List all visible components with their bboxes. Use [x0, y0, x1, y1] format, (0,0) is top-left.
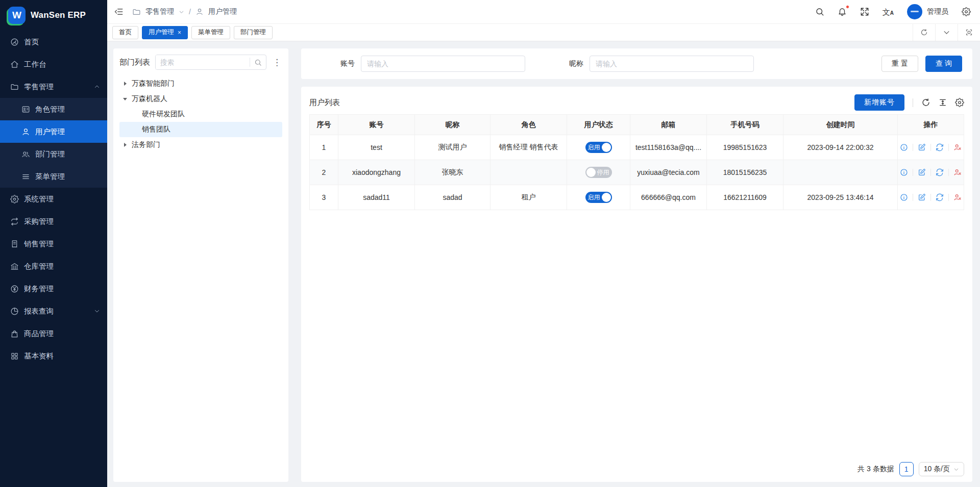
pie-chart-icon	[10, 307, 19, 316]
receipt-icon	[10, 240, 19, 248]
sidebar-item-basic-data[interactable]: 基本资料	[0, 345, 107, 367]
department-search	[155, 55, 266, 70]
sidebar-item-user-mgmt[interactable]: 用户管理	[0, 120, 107, 143]
cell-index: 1	[310, 135, 338, 160]
tree-item-legal-dept[interactable]: 法务部门	[119, 137, 282, 152]
tab-options-button[interactable]	[935, 24, 958, 41]
sidebar-item-warehouse[interactable]: 仓库管理	[0, 255, 107, 277]
tree-item-label: 销售团队	[142, 125, 170, 134]
cell-created: 2023-09-14 22:00:32	[783, 135, 898, 160]
search-icon[interactable]	[815, 7, 824, 16]
notifications-button[interactable]	[838, 7, 847, 16]
chevron-down-icon	[94, 308, 100, 314]
search-icon[interactable]	[254, 59, 262, 66]
user-icon	[21, 127, 30, 136]
table-title: 用户列表	[309, 98, 340, 108]
info-icon[interactable]	[900, 193, 908, 201]
sidebar-item-dept-mgmt[interactable]: 部门管理	[0, 143, 107, 165]
table-row: 3 sadad11 sadad 租户 启用 666666@qq.com	[310, 185, 964, 210]
status-label: 启用	[586, 193, 602, 202]
sidebar-item-dashboard[interactable]: 首页	[0, 31, 107, 53]
sidebar-item-system[interactable]: 系统管理	[0, 188, 107, 210]
sidebar-item-label: 工作台	[24, 60, 100, 69]
tab-label: 部门管理	[240, 28, 266, 37]
cell-roles: 销售经理 销售代表	[491, 135, 567, 160]
tree-item-wansen-smart[interactable]: 万森智能部门	[119, 76, 282, 91]
edit-icon[interactable]	[918, 193, 926, 201]
status-toggle[interactable]: 启用	[585, 192, 612, 203]
folder-icon	[10, 83, 19, 91]
page-size-select[interactable]: 10 条/页	[919, 462, 964, 476]
col-nickname: 昵称	[415, 115, 491, 135]
tree-item-hardware-team[interactable]: 硬件研发团队	[119, 107, 282, 122]
nickname-input[interactable]	[590, 56, 754, 72]
caret-right-icon[interactable]	[121, 82, 129, 86]
filter-nickname: 昵称	[569, 56, 754, 72]
cell-roles: 租户	[491, 185, 567, 210]
sidebar-item-label: 财务管理	[24, 284, 100, 294]
gear-icon[interactable]	[962, 7, 971, 16]
cell-status: 启用	[567, 185, 630, 210]
close-icon[interactable]: ×	[178, 29, 181, 36]
delete-user-icon[interactable]	[953, 193, 962, 201]
sidebar-item-label: 仓库管理	[24, 262, 100, 271]
edit-icon[interactable]	[918, 168, 926, 176]
cell-created: 2023-09-25 13:46:14	[783, 185, 898, 210]
sidebar-item-label: 首页	[24, 37, 100, 47]
caret-right-icon[interactable]	[121, 143, 129, 147]
info-icon[interactable]	[900, 168, 908, 176]
reset-password-icon[interactable]	[936, 143, 944, 151]
sidebar-item-purchase[interactable]: 采购管理	[0, 210, 107, 233]
sidebar-item-role-mgmt[interactable]: 角色管理	[0, 98, 107, 120]
caret-down-icon[interactable]	[121, 98, 129, 100]
breadcrumb-section[interactable]: 零售管理	[145, 7, 174, 16]
tab-menu-mgmt[interactable]: 菜单管理	[191, 26, 230, 39]
fullscreen-icon[interactable]	[860, 7, 869, 16]
reset-button[interactable]: 重置	[881, 56, 918, 72]
info-icon[interactable]	[900, 143, 908, 151]
tab-user-mgmt[interactable]: 用户管理 ×	[142, 26, 188, 39]
tab-home[interactable]: 首页	[112, 26, 138, 39]
sidebar-item-menu-mgmt[interactable]: 菜单管理	[0, 165, 107, 188]
refresh-icon[interactable]	[921, 98, 930, 107]
refresh-tab-button[interactable]	[913, 24, 935, 41]
tree-item-wansen-robot[interactable]: 万森机器人	[119, 91, 282, 107]
sidebar-item-finance[interactable]: 财务管理	[0, 277, 107, 300]
edit-icon[interactable]	[918, 143, 926, 151]
tab-dept-mgmt[interactable]: 部门管理	[234, 26, 273, 39]
sidebar-item-goods[interactable]: 商品管理	[0, 322, 107, 345]
sidebar-item-retail[interactable]: 零售管理	[0, 75, 107, 98]
delete-user-icon[interactable]	[953, 143, 962, 151]
add-account-button[interactable]: 新增账号	[854, 94, 904, 111]
cell-account: test	[338, 135, 415, 160]
brand[interactable]: W WanSen ERP	[0, 0, 107, 31]
content-fullscreen-button[interactable]	[958, 24, 980, 41]
status-toggle[interactable]: 启用	[585, 142, 612, 153]
user-name: 管理员	[927, 7, 948, 16]
gear-icon[interactable]	[955, 98, 964, 107]
translate-icon[interactable]: 文A	[883, 8, 894, 16]
cell-nickname: 测试用户	[415, 135, 491, 160]
sidebar-item-label: 角色管理	[35, 105, 100, 114]
status-toggle[interactable]: 停用	[585, 167, 612, 178]
sidebar-item-reports[interactable]: 报表查询	[0, 300, 107, 322]
delete-user-icon[interactable]	[953, 168, 962, 176]
tab-label: 用户管理	[149, 28, 174, 37]
user-menu[interactable]: 管理员	[907, 4, 948, 19]
department-search-input[interactable]	[156, 55, 250, 69]
chevron-down-icon[interactable]	[179, 9, 184, 15]
col-account: 账号	[338, 115, 415, 135]
reset-password-icon[interactable]	[936, 193, 944, 201]
search-button[interactable]: 查询	[925, 56, 962, 72]
sidebar-item-sales[interactable]: 销售管理	[0, 233, 107, 255]
account-input[interactable]	[361, 56, 525, 72]
tree-item-sales-team[interactable]: 销售团队	[119, 122, 282, 137]
sidebar-item-workbench[interactable]: 工作台	[0, 53, 107, 75]
reset-password-icon[interactable]	[936, 168, 944, 176]
more-options-icon[interactable]: ⋮	[272, 58, 282, 67]
tree-item-label: 法务部门	[132, 140, 160, 149]
sidebar-fold-icon[interactable]	[114, 7, 124, 16]
page-number-button[interactable]: 1	[899, 462, 914, 476]
sidebar-item-label: 基本资料	[24, 351, 100, 361]
row-height-icon[interactable]	[938, 98, 947, 107]
